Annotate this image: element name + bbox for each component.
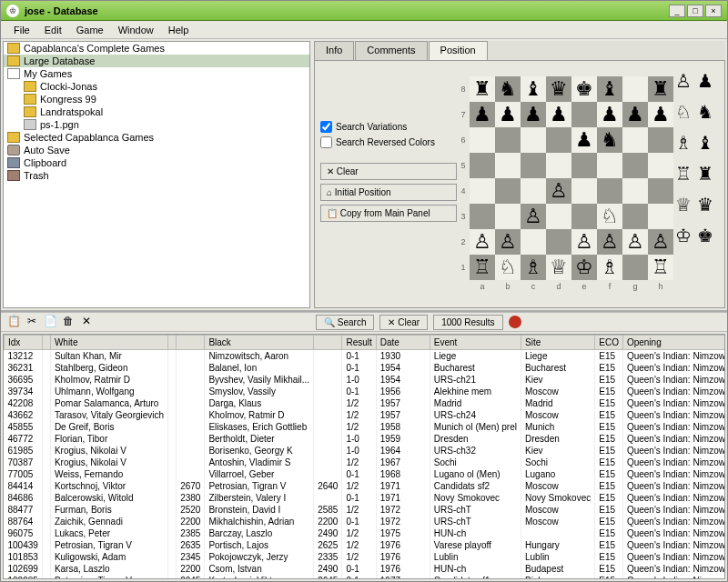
palette-piece[interactable]: ♖ <box>673 159 693 188</box>
board-square[interactable] <box>622 76 648 102</box>
table-row[interactable]: 61985Krogius, Nikolai VBorisenko, Georgy… <box>5 445 726 457</box>
table-row[interactable]: 102985Petrosian, Tigran V2645Kortschnoj,… <box>5 575 726 579</box>
palette-piece[interactable]: ♕ <box>673 190 693 219</box>
board-square[interactable] <box>521 127 546 153</box>
table-row[interactable]: 36695Kholmov, Ratmir DByvshev, Vasily Mi… <box>5 374 726 386</box>
board-square[interactable] <box>648 153 673 178</box>
table-row[interactable]: 84686Balcerowski, Witold2380Zilberstein,… <box>5 492 726 504</box>
board-square[interactable] <box>546 127 571 153</box>
board-square[interactable] <box>470 127 495 153</box>
board-square[interactable] <box>622 127 648 153</box>
column-header[interactable]: ECO <box>595 336 623 350</box>
board-square[interactable]: ♙ <box>597 229 622 255</box>
table-row[interactable]: 45855De Greif, BorisEliskases, Erich Got… <box>5 421 726 433</box>
board-square[interactable] <box>622 255 648 280</box>
column-header[interactable]: Event <box>430 336 521 350</box>
palette-piece[interactable]: ♙ <box>673 66 693 95</box>
board-square[interactable] <box>495 153 521 178</box>
table-row[interactable]: 36231Stahlberg, GideonBalanel, Ion0-1195… <box>5 362 726 374</box>
results-grid[interactable]: IdxWhiteBlackResultDateEventSiteECOOpeni… <box>3 334 725 579</box>
column-header[interactable]: Site <box>521 336 594 350</box>
column-header[interactable] <box>42 336 50 350</box>
column-header[interactable]: Idx <box>5 336 43 350</box>
palette-piece[interactable]: ♛ <box>695 190 715 219</box>
board-square[interactable]: ♙ <box>648 229 673 255</box>
board-square[interactable] <box>648 204 673 229</box>
board-square[interactable] <box>521 153 546 178</box>
tree-item[interactable]: My Games <box>4 67 309 80</box>
column-header[interactable] <box>168 336 177 350</box>
board-square[interactable]: ♝ <box>521 76 546 102</box>
copy-from-main-button[interactable]: 📋 Copy from Main Panel <box>320 205 457 222</box>
tree-item[interactable]: Trash <box>4 169 309 182</box>
board-square[interactable]: ♞ <box>597 127 622 153</box>
board-square[interactable] <box>648 127 673 153</box>
board-square[interactable]: ♙ <box>622 229 648 255</box>
menu-edit[interactable]: Edit <box>37 23 69 37</box>
search-reversed-checkbox[interactable]: Search Reversed Colors <box>320 136 457 148</box>
board-square[interactable] <box>470 204 495 229</box>
board-square[interactable] <box>571 102 597 127</box>
table-row[interactable]: 43662Tarasov, Vitaly GeorgievichKholmov,… <box>5 409 726 421</box>
board-square[interactable] <box>571 204 597 229</box>
board-square[interactable]: ♛ <box>546 76 571 102</box>
search-variations-checkbox[interactable]: Search Variations <box>320 121 457 133</box>
board-square[interactable]: ♖ <box>648 255 673 280</box>
table-row[interactable]: 88764Zaichik, Gennadi2200Mikhalchishin, … <box>5 516 726 527</box>
board-square[interactable]: ♗ <box>521 255 546 280</box>
tree-item[interactable]: Clocki-Jonas <box>4 80 309 93</box>
board-square[interactable] <box>470 153 495 178</box>
board-square[interactable]: ♟ <box>470 102 495 127</box>
board-square[interactable] <box>597 178 622 204</box>
board-square[interactable]: ♟ <box>571 127 597 153</box>
cut-icon[interactable]: ✂ <box>25 315 39 329</box>
board-square[interactable]: ♟ <box>521 102 546 127</box>
initial-position-button[interactable]: ⌂ Initial Position <box>320 184 457 201</box>
column-header[interactable]: White <box>50 336 167 350</box>
tree-item[interactable]: Clipboard <box>4 156 309 169</box>
database-tree[interactable]: Capablanca's Complete GamesLarge Databas… <box>3 41 310 308</box>
table-row[interactable]: 102699Karsa, Laszlo2200Csom, Istvan24900… <box>5 563 726 575</box>
board-square[interactable]: ♟ <box>495 102 521 127</box>
tab-info[interactable]: Info <box>314 41 354 60</box>
column-header[interactable]: Result <box>342 336 376 350</box>
column-header[interactable]: Date <box>376 336 430 350</box>
board-square[interactable]: ♜ <box>648 76 673 102</box>
palette-piece[interactable]: ♔ <box>673 221 693 250</box>
board-square[interactable]: ♟ <box>546 102 571 127</box>
paste-icon[interactable]: 📄 <box>43 315 57 329</box>
tree-item[interactable]: ps-1.pgn <box>4 118 309 131</box>
board-square[interactable]: ♙ <box>470 229 495 255</box>
table-row[interactable]: 39734Uhlmann, WolfgangSmyslov, Vassily0-… <box>5 386 726 397</box>
tree-item[interactable]: Kongress 99 <box>4 93 309 105</box>
column-header[interactable] <box>314 336 342 350</box>
board-square[interactable] <box>495 127 521 153</box>
palette-piece[interactable]: ♘ <box>673 97 693 126</box>
stop-icon[interactable] <box>509 316 521 328</box>
table-row[interactable]: 13212Sultan Khan, MirNimzowitsch, Aaron0… <box>5 350 726 363</box>
table-row[interactable]: 88477Furman, Boris2520Bronstein, David I… <box>5 504 726 516</box>
palette-piece[interactable]: ♝ <box>695 128 715 157</box>
board-square[interactable]: ♖ <box>470 255 495 280</box>
board-square[interactable] <box>546 153 571 178</box>
chess-board[interactable]: 8♜♞♝♛♚♝♜7♟♟♟♟♟♟♟6♟♞54♙3♙♘2♙♙♙♙♙♙1♖♘♗♕♔♗♖… <box>457 76 673 293</box>
board-square[interactable] <box>470 178 495 204</box>
board-square[interactable] <box>622 178 648 204</box>
board-square[interactable] <box>571 153 597 178</box>
palette-piece[interactable]: ♜ <box>695 159 715 188</box>
clear-position-button[interactable]: ✕ Clear <box>320 163 457 180</box>
board-square[interactable]: ♚ <box>571 76 597 102</box>
results-count-button[interactable]: 1000 Results <box>433 315 502 330</box>
board-square[interactable]: ♜ <box>470 76 495 102</box>
board-square[interactable] <box>521 178 546 204</box>
board-square[interactable] <box>546 204 571 229</box>
table-row[interactable]: 46772Florian, TiborBertholdt, Dieter1-01… <box>5 433 726 445</box>
tree-item[interactable]: Large Database <box>4 55 309 67</box>
board-square[interactable] <box>597 153 622 178</box>
board-square[interactable] <box>571 178 597 204</box>
menu-file[interactable]: File <box>6 23 37 37</box>
board-square[interactable]: ♞ <box>495 76 521 102</box>
table-row[interactable]: 77005Weiss, FernandoVillarroel, Geber0-1… <box>5 468 726 480</box>
minimize-button[interactable]: _ <box>669 5 685 17</box>
board-square[interactable]: ♟ <box>597 102 622 127</box>
